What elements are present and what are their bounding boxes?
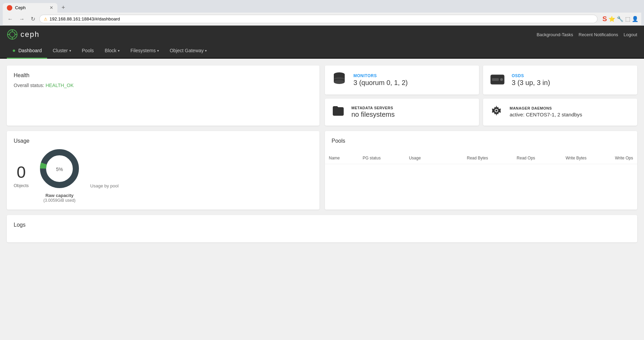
object-gateway-dropdown-icon: ▾: [205, 49, 207, 53]
health-status-value: HEALTH_OK: [45, 83, 73, 88]
filesystems-dropdown-icon: ▾: [157, 49, 159, 53]
manager-daemons-card: MANAGER DAEMONS active: CENTOS7-1, 2 sta…: [483, 99, 637, 126]
objects-label: Objects: [14, 183, 29, 188]
logout-link[interactable]: Logout: [624, 32, 637, 37]
manager-daemons-content: MANAGER DAEMONS active: CENTOS7-1, 2 sta…: [510, 106, 582, 118]
col-read-bytes: Read Bytes: [440, 152, 492, 164]
health-status: Overall status: HEALTH_OK: [14, 83, 313, 88]
col-read-ops: Read Ops: [492, 152, 539, 164]
manager-daemons-value: active: CENTOS7-1, 2 standbys: [510, 111, 582, 118]
monitors-icon: [332, 71, 347, 89]
tab-title: Ceph: [15, 5, 26, 10]
usage-title: Usage: [14, 138, 313, 144]
nav-object-gateway-label: Object Gateway: [170, 48, 204, 53]
osds-icon: [490, 73, 505, 87]
nav-cluster[interactable]: Cluster ▾: [47, 44, 76, 58]
folder-icon: [332, 104, 345, 117]
browser-chrome: Ceph ✕ + ← → ↻ ⚠ 192.168.88.161:18843/#/…: [0, 0, 644, 26]
col-write-bytes: Write Bytes: [539, 152, 590, 164]
tab-bar: Ceph ✕ +: [3, 3, 641, 13]
osds-content: OSDS 3 (3 up, 3 in): [512, 73, 550, 87]
app-logo: ceph: [7, 29, 40, 40]
osds-value: 3 (3 up, 3 in): [512, 79, 550, 87]
cluster-dropdown-icon: ▾: [69, 49, 71, 53]
dashboard-active-dot: ●: [12, 47, 16, 54]
status-top-row: MONITORS 3 (quorum 0, 1, 2): [325, 66, 638, 95]
browser-extensions: S ⭐ 🔧 ⬚ 👤: [602, 15, 639, 23]
usage-card: Usage 0 Objects: [7, 131, 319, 210]
forward-button[interactable]: →: [17, 15, 27, 23]
nav-pools[interactable]: Pools: [77, 44, 99, 58]
status-cards-column: MONITORS 3 (quorum 0, 1, 2): [325, 66, 638, 126]
nav-dashboard-label: Dashboard: [18, 48, 42, 53]
new-tab-button[interactable]: +: [59, 3, 68, 13]
app-name: ceph: [20, 30, 40, 39]
donut-center-text: 5%: [56, 167, 63, 172]
donut-sublabel: (3.0059GiB used): [39, 198, 80, 203]
svg-point-17: [495, 110, 497, 112]
header-actions: Background-Tasks Recent Notifications Lo…: [537, 32, 637, 37]
app-nav: ● Dashboard Cluster ▾ Pools Block ▾ File…: [0, 43, 644, 59]
metadata-servers-value: no filesystems: [352, 111, 395, 118]
monitors-content: MONITORS 3 (quorum 0, 1, 2): [354, 73, 408, 87]
monitors-label: MONITORS: [354, 73, 408, 78]
hdd-icon: [490, 73, 505, 86]
donut-chart-container: 5% Raw capacity (3.0059GiB used): [39, 148, 80, 203]
nav-object-gateway[interactable]: Object Gateway ▾: [164, 44, 213, 58]
pools-table: Name PG status Usage Read Bytes Read Ops…: [325, 152, 638, 164]
gear-icon: [490, 104, 503, 117]
browser-toolbar: ← → ↻ ⚠ 192.168.88.161:18843/#/dashboard…: [3, 13, 641, 26]
active-tab[interactable]: Ceph ✕: [3, 3, 57, 13]
svg-point-10: [334, 80, 345, 84]
metadata-servers-icon: [332, 104, 345, 120]
usage-content: 0 Objects 5%: [14, 148, 313, 203]
nav-block-label: Block: [105, 48, 117, 53]
url-text: 192.168.88.161:18843/#/dashboard: [50, 16, 120, 22]
osds-card: OSDS 3 (3 up, 3 in): [483, 66, 637, 95]
objects-count-section: 0 Objects: [14, 163, 29, 188]
nav-block[interactable]: Block ▾: [99, 44, 125, 58]
nav-cluster-label: Cluster: [53, 48, 68, 53]
manager-daemons-icon: [490, 104, 503, 120]
col-pg-status: PG status: [358, 152, 405, 164]
pools-table-header: Name PG status Usage Read Bytes Read Ops…: [325, 152, 638, 164]
svg-point-13: [500, 78, 503, 81]
osds-label: OSDS: [512, 73, 550, 78]
pools-card-header: Pools: [325, 131, 638, 152]
col-write-ops: Write Ops: [591, 152, 637, 164]
back-button[interactable]: ←: [5, 15, 15, 23]
address-bar[interactable]: ⚠ 192.168.88.161:18843/#/dashboard: [39, 15, 598, 23]
objects-number: 0: [14, 163, 29, 182]
monitors-card: MONITORS 3 (quorum 0, 1, 2): [325, 66, 479, 95]
tab-close-button[interactable]: ✕: [50, 5, 53, 10]
usage-by-pool-label: Usage by pool: [90, 183, 119, 188]
block-dropdown-icon: ▾: [118, 49, 120, 53]
health-card: Health Overall status: HEALTH_OK: [7, 66, 319, 126]
metadata-servers-label: METADATA SERVERS: [352, 106, 395, 110]
sogou-icon: S: [602, 15, 607, 23]
logs-card: Logs: [7, 215, 637, 242]
nav-dashboard[interactable]: ● Dashboard: [7, 43, 47, 59]
app-header: ceph Background-Tasks Recent Notificatio…: [0, 26, 644, 43]
dashboard-grid: Health Overall status: HEALTH_OK: [7, 66, 637, 242]
monitors-value: 3 (quorum 0, 1, 2): [354, 79, 408, 87]
health-title: Health: [14, 72, 313, 79]
svg-rect-14: [492, 78, 499, 81]
background-tasks-link[interactable]: Background-Tasks: [537, 32, 573, 37]
metadata-servers-content: METADATA SERVERS no filesystems: [352, 106, 395, 118]
browser-ext-icons: ⭐ 🔧 ⬚ 👤: [608, 16, 639, 22]
ceph-logo-icon: [7, 29, 18, 40]
pools-card: Pools Name PG status Usage Read Bytes Re…: [325, 131, 638, 210]
nav-pools-label: Pools: [82, 48, 94, 53]
col-usage: Usage: [405, 152, 440, 164]
tab-favicon: [7, 5, 12, 11]
nav-filesystems[interactable]: Filesystems ▾: [125, 44, 164, 58]
manager-daemons-label: MANAGER DAEMONS: [510, 106, 582, 110]
status-bottom-row: METADATA SERVERS no filesystems: [325, 99, 638, 126]
donut-chart: 5%: [39, 148, 80, 190]
col-name: Name: [325, 152, 359, 164]
svg-point-1: [10, 32, 15, 37]
refresh-button[interactable]: ↻: [29, 15, 37, 23]
main-content: Health Overall status: HEALTH_OK: [0, 59, 644, 340]
recent-notifications-link[interactable]: Recent Notifications: [579, 32, 618, 37]
